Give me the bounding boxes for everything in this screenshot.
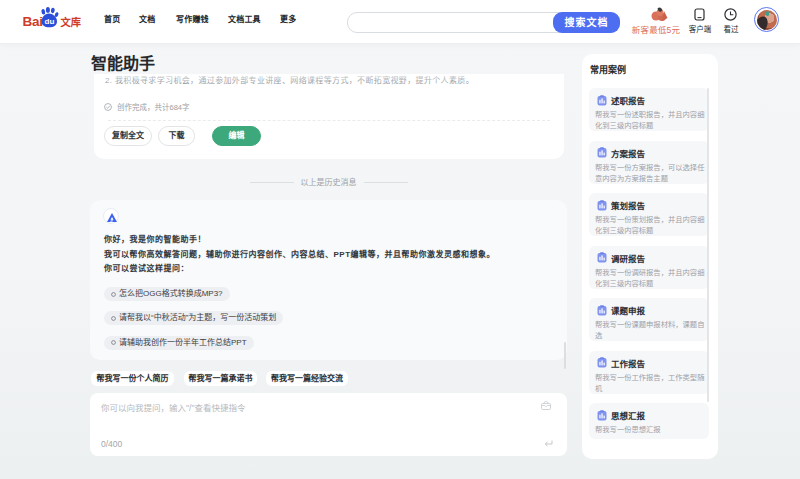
svg-text:文库: 文库 <box>60 14 81 29</box>
svg-text:du: du <box>45 17 55 26</box>
svg-text:Bai: Bai <box>23 14 43 29</box>
